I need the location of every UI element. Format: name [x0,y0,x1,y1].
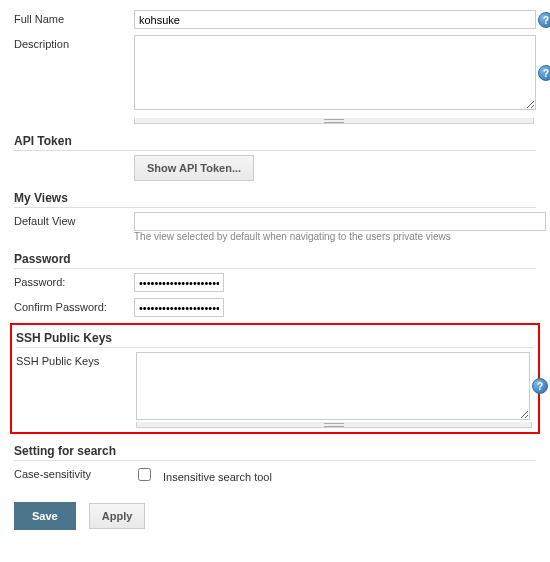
ssh-keys-label: SSH Public Keys [16,352,136,367]
section-search: Setting for search [14,444,536,461]
password-label: Password: [14,273,134,288]
password-input[interactable] [134,273,224,292]
resize-handle[interactable] [134,118,534,124]
full-name-input[interactable] [134,10,536,29]
section-ssh: SSH Public Keys [16,331,534,348]
insensitive-search-label: Insensitive search tool [163,471,272,483]
show-api-token-button[interactable]: Show API Token... [134,155,254,181]
help-icon[interactable] [538,12,550,28]
save-button[interactable]: Save [14,502,76,530]
description-input[interactable] [134,35,536,110]
default-view-input[interactable] [134,212,546,231]
spacer [14,155,134,158]
help-icon[interactable] [538,65,550,81]
resize-handle[interactable] [136,422,532,428]
insensitive-search-checkbox[interactable] [138,468,151,481]
section-api-token: API Token [14,134,536,151]
confirm-password-input[interactable] [134,298,224,317]
help-icon[interactable] [532,378,548,394]
case-sensitivity-label: Case-sensitivity [14,465,134,480]
section-my-views: My Views [14,191,536,208]
default-view-label: Default View [14,212,134,227]
confirm-password-label: Confirm Password: [14,298,134,313]
ssh-keys-input[interactable] [136,352,530,420]
full-name-label: Full Name [14,10,134,25]
default-view-help: The view selected by default when naviga… [134,231,536,242]
ssh-highlight: SSH Public Keys SSH Public Keys [10,323,540,434]
description-label: Description [14,35,134,50]
apply-button[interactable]: Apply [89,503,146,529]
section-password: Password [14,252,536,269]
